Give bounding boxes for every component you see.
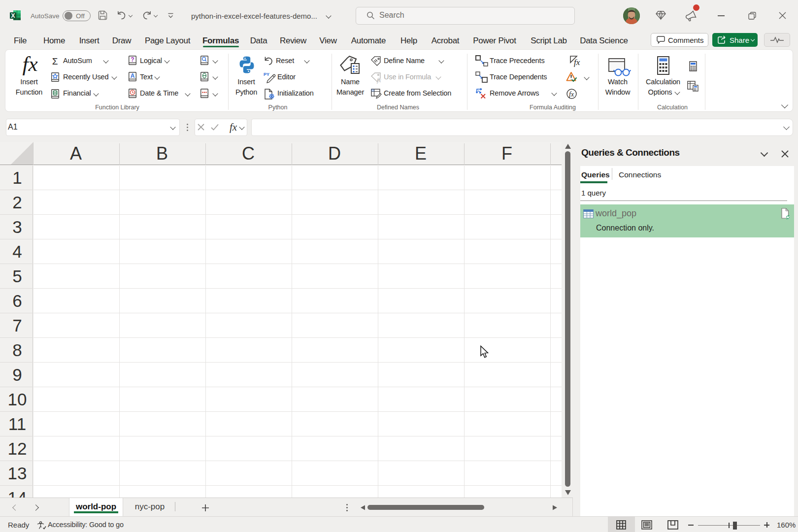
svg-text:?: ? bbox=[131, 56, 134, 63]
svg-text:fx: fx bbox=[569, 91, 574, 98]
svg-text:X: X bbox=[11, 12, 15, 19]
svg-text:fx: fx bbox=[377, 77, 381, 84]
svg-text:fx: fx bbox=[230, 121, 237, 133]
svg-text:A: A bbox=[131, 72, 135, 79]
svg-text:PY: PY bbox=[264, 72, 269, 77]
svg-text:Σ: Σ bbox=[52, 56, 58, 66]
svg-text:fx: fx bbox=[574, 58, 580, 67]
svg-text:fx: fx bbox=[22, 52, 37, 75]
